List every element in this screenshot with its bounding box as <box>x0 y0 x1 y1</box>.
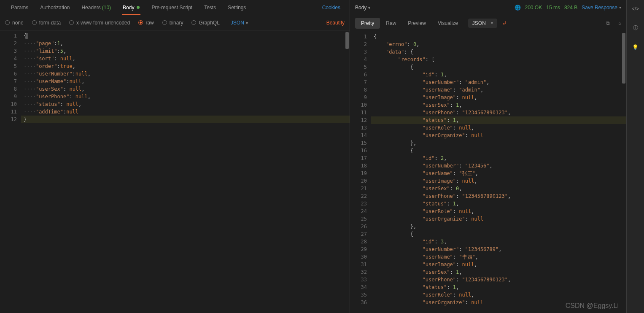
request-panel: Params Authorization Headers(10) Body Pr… <box>0 0 350 313</box>
request-tabs: Params Authorization Headers(10) Body Pr… <box>0 0 350 15</box>
response-section-dropdown[interactable]: Body▾ <box>355 5 370 11</box>
tab-authorization[interactable]: Authorization <box>34 0 75 15</box>
body-type-form-data[interactable]: form-data <box>32 20 61 26</box>
chevron-down-icon: ▾ <box>619 5 621 10</box>
right-rail: </> ⓘ 💡 <box>626 0 644 313</box>
tab-settings[interactable]: Settings <box>222 0 252 15</box>
search-icon[interactable]: ⌕ <box>618 20 621 26</box>
content-type-dropdown[interactable]: JSON▾ <box>228 20 252 26</box>
body-type-raw[interactable]: raw <box>138 20 154 26</box>
tab-headers[interactable]: Headers(10) <box>75 0 117 15</box>
wrap-line-icon[interactable]: ↲ <box>502 20 507 26</box>
body-type-binary[interactable]: binary <box>162 20 183 26</box>
body-type-urlencoded[interactable]: x-www-form-urlencoded <box>69 20 130 26</box>
radio-icon <box>162 20 167 25</box>
tab-prerequest[interactable]: Pre-request Script <box>146 0 198 15</box>
response-size: 824 B <box>564 5 577 11</box>
body-type-none[interactable]: none <box>5 20 24 26</box>
chevron-down-icon: ▾ <box>491 21 493 25</box>
response-panel: Body▾ 🌐 200 OK 15 ms 824 B Save Response… <box>350 0 626 313</box>
info-icon[interactable]: ⓘ <box>633 24 638 32</box>
body-type-row: none form-data x-www-form-urlencoded raw… <box>0 15 350 30</box>
chevron-down-icon: ▾ <box>246 21 248 25</box>
globe-icon[interactable]: 🌐 <box>515 5 521 11</box>
response-body-viewer[interactable]: 1234567891011121314151617181920212223242… <box>350 31 626 313</box>
radio-icon <box>32 20 37 25</box>
response-time: 15 ms <box>546 5 560 11</box>
radio-icon <box>191 20 196 25</box>
body-type-graphql[interactable]: GraphQL <box>191 20 219 26</box>
cookies-link[interactable]: Cookies <box>318 5 345 11</box>
response-subtabs: Pretty Raw Preview Visualize JSON▾ ↲ ⧉ ⌕ <box>350 15 626 31</box>
subtab-raw[interactable]: Raw <box>380 18 402 29</box>
chevron-down-icon: ▾ <box>368 5 370 10</box>
tab-params[interactable]: Params <box>5 0 34 15</box>
subtab-pretty[interactable]: Pretty <box>355 18 380 29</box>
tab-body[interactable]: Body <box>117 0 146 15</box>
subtab-visualize[interactable]: Visualize <box>432 18 464 29</box>
response-type-dropdown[interactable]: JSON▾ <box>468 19 497 28</box>
code-icon[interactable]: </> <box>632 6 639 12</box>
radio-icon <box>138 20 143 25</box>
tab-tests[interactable]: Tests <box>198 0 222 15</box>
line-gutter: 1234567891011121314151617181920212223242… <box>350 31 371 313</box>
response-header: Body▾ 🌐 200 OK 15 ms 824 B Save Response… <box>350 0 626 15</box>
line-gutter: 123456789101112 <box>0 30 21 313</box>
radio-icon <box>5 20 10 25</box>
lightbulb-icon[interactable]: 💡 <box>632 44 639 50</box>
radio-icon <box>69 20 74 25</box>
save-response-button[interactable]: Save Response▾ <box>582 5 621 11</box>
scrollbar-thumb[interactable] <box>345 32 349 49</box>
subtab-preview[interactable]: Preview <box>402 18 432 29</box>
beautify-button[interactable]: Beautify <box>326 20 345 26</box>
scrollbar-thumb[interactable] <box>622 33 625 84</box>
status-code: 200 OK <box>525 5 542 11</box>
request-body-editor[interactable]: 123456789101112 {····"page":1,····"limit… <box>0 30 350 313</box>
copy-icon[interactable]: ⧉ <box>606 20 610 26</box>
unsaved-dot-icon <box>137 6 140 9</box>
